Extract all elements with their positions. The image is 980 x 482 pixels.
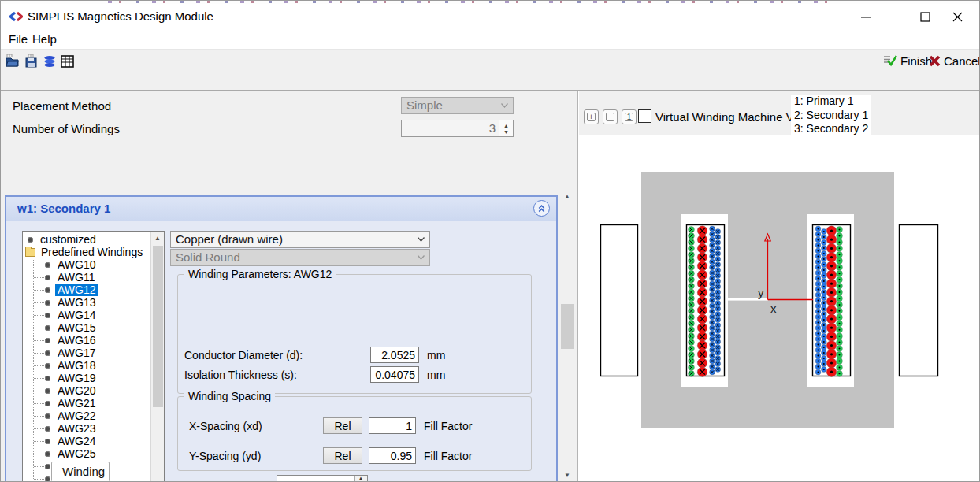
spinner-buttons[interactable]: ▲ ▼ (499, 120, 513, 136)
table-grid-icon (61, 55, 74, 68)
scroll-down-icon[interactable]: ▼ (559, 469, 576, 481)
legend-entry: 3: Secondary 2 (794, 122, 868, 136)
tree-item-label: AWG12 (55, 284, 98, 296)
tree-node-icon (45, 262, 50, 268)
tree-item-label: customized (38, 233, 98, 246)
core-winding-drawing: y x (579, 135, 980, 482)
x-spacing-field[interactable] (369, 417, 416, 434)
tree-node-icon (45, 313, 50, 318)
winding-spacing-title: Winding Spacing (184, 390, 275, 402)
tree-scrollbar[interactable]: ▲ (150, 232, 164, 482)
tree-item-awg22[interactable]: AWG22 (23, 410, 151, 422)
tree-item-label: AWG10 (55, 258, 98, 271)
isolation-thickness-label: Isolation Thickness (s): (184, 369, 297, 381)
legend-entry: 1: Primary 1 (794, 95, 868, 109)
number-of-windings-value: 3 (489, 120, 496, 136)
tab-winding[interactable]: Winding (51, 462, 110, 481)
finish-label: Finish (900, 54, 932, 68)
winding-panel-title: w1: Secondary 1 (17, 197, 110, 221)
maximize-button[interactable] (911, 6, 939, 28)
left-pane-scrollbar[interactable]: ▲ ▼ (559, 188, 576, 482)
tree-item-label: AWG25 (55, 447, 98, 460)
partial-spinner[interactable]: ▲ (354, 476, 367, 482)
scroll-up-icon[interactable]: ▲ (559, 190, 576, 202)
legend-entry: 2: Secondary 1 (794, 109, 868, 123)
tree-item-awg18[interactable]: AWG18 (23, 359, 151, 372)
tree-node-icon (45, 426, 50, 432)
tree-item-label: AWG21 (55, 397, 98, 410)
collapse-panel-button[interactable] (533, 200, 550, 217)
x-spacing-rel-button[interactable]: Rel (323, 417, 362, 434)
menu-help[interactable]: Help (28, 29, 61, 50)
window-title: SIMPLIS Magnetics Design Module (28, 4, 213, 29)
x-axis-label: x (770, 302, 777, 315)
winding-panel-header[interactable]: w1: Secondary 1 (6, 197, 556, 221)
tree-item-label: AWG17 (55, 347, 98, 359)
tree-node-icon (45, 413, 50, 419)
save-project-button[interactable] (24, 54, 39, 69)
tree-item-awg23[interactable]: AWG23 (23, 422, 151, 435)
tree-node-icon (28, 237, 33, 243)
tree-item-awg21[interactable]: AWG21 (23, 397, 151, 410)
number-of-windings-stepper[interactable]: 3 ▲ ▼ (401, 120, 514, 137)
minimize-button[interactable] (852, 6, 880, 28)
winding-w1-panel: w1: Secondary 1 customizedPredefined Win… (5, 195, 558, 482)
conductor-diameter-field[interactable] (370, 347, 419, 363)
tree-item-awg16[interactable]: AWG16 (23, 334, 151, 347)
tree-item-label: AWG11 (55, 271, 97, 284)
scroll-up-icon[interactable]: ▲ (151, 232, 164, 244)
virtual-winding-machine-checkbox[interactable] (638, 109, 651, 123)
tree-item-awg13[interactable]: AWG13 (23, 296, 151, 309)
close-button[interactable] (943, 6, 971, 28)
tree-item-label: AWG14 (55, 309, 98, 321)
tree-item-label: AWG22 (55, 410, 98, 422)
tree-item-awg25[interactable]: AWG25 (23, 447, 151, 460)
database-icon (43, 55, 56, 68)
menu-bar: File Help (1, 29, 979, 50)
tree-item-label: AWG13 (55, 296, 98, 309)
table-button[interactable] (59, 54, 75, 69)
zoom-out-icon: − (606, 113, 614, 121)
y-spacing-field[interactable] (369, 447, 416, 464)
tree-item-awg15[interactable]: AWG15 (23, 321, 151, 334)
open-project-button[interactable] (5, 54, 20, 69)
title-bar: SIMPLIS Magnetics Design Module (1, 4, 979, 29)
tree-item-awg10[interactable]: AWG10 (23, 258, 151, 271)
zoom-in-button[interactable]: + (584, 109, 599, 124)
cancel-button[interactable]: Cancel (929, 50, 980, 71)
database-button[interactable] (42, 54, 58, 69)
isolation-thickness-unit: mm (427, 369, 445, 381)
minimize-icon (861, 12, 871, 22)
tree-item-awg14[interactable]: AWG14 (23, 309, 151, 321)
tree-item-label: AWG18 (55, 359, 98, 372)
tree-scroll-thumb[interactable] (153, 246, 163, 407)
zoom-actual-button[interactable]: 1 (622, 109, 637, 124)
isolation-thickness-field[interactable] (370, 366, 419, 383)
placement-method-select[interactable]: Simple (401, 97, 514, 114)
winding-tree: customizedPredefined WindingsAWG10AWG11A… (22, 231, 165, 482)
tree-item-predefined-windings[interactable]: Predefined Windings (23, 246, 151, 258)
tree-item-awg24[interactable]: AWG24 (23, 435, 151, 447)
folder-icon (25, 248, 35, 257)
tree-item-awg17[interactable]: AWG17 (23, 347, 151, 359)
tree-item-awg11[interactable]: AWG11 (23, 271, 151, 284)
tree-node-icon (45, 476, 50, 482)
placement-method-label: Placement Method (13, 99, 111, 113)
zoom-out-button[interactable]: − (603, 109, 618, 124)
y-spacing-rel-button[interactable]: Rel (323, 447, 362, 464)
partial-bottom-field[interactable]: ▲ (277, 475, 368, 482)
pane-scroll-thumb[interactable] (561, 304, 574, 349)
tree-item-awg12[interactable]: AWG12 (23, 284, 151, 296)
winding-parameters-title: Winding Parameters: AWG12 (184, 268, 336, 280)
tree-item-awg19[interactable]: AWG19 (23, 372, 151, 384)
cancel-x-icon (929, 55, 941, 67)
material-select[interactable]: Copper (drawn wire) (170, 231, 430, 248)
tree-item-awg20[interactable]: AWG20 (23, 384, 151, 397)
legend: 1: Primary 12: Secondary 13: Secondary 2 (791, 95, 871, 136)
finish-button[interactable]: Finish (883, 50, 932, 71)
wire-shape-select[interactable]: Solid Round (170, 249, 430, 266)
tree-node-icon (45, 275, 50, 280)
tree-item-customized[interactable]: customized (23, 233, 151, 246)
tree-node-icon (45, 464, 50, 469)
app-window: SIMPLIS Magnetics Design Module File Hel… (0, 0, 980, 482)
